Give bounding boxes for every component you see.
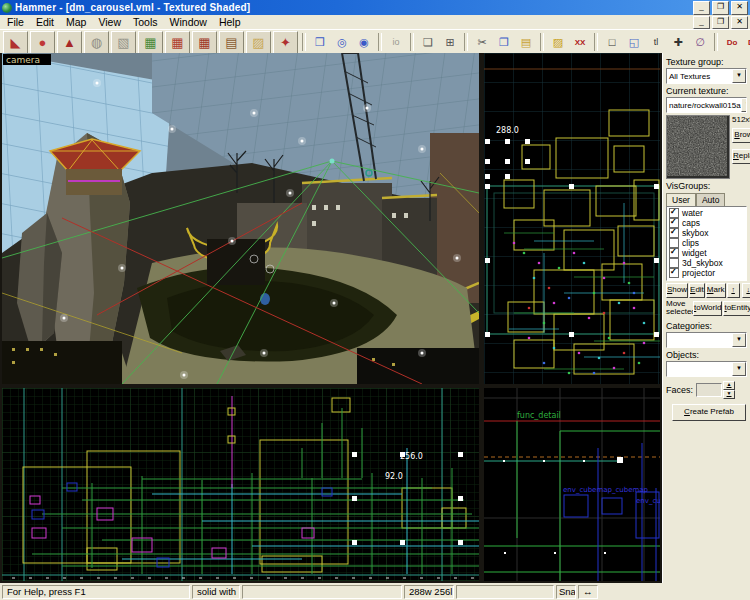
tie-to-entity-icon[interactable]: ▦	[138, 31, 163, 54]
menu-window[interactable]: Window	[164, 16, 213, 28]
cut-icon[interactable]: ✂	[472, 33, 492, 52]
hollow-tool-icon[interactable]: ●	[30, 31, 55, 54]
toggle-helpers-icon[interactable]: ◉	[354, 33, 374, 52]
move-selected-label: Move selected:	[666, 300, 692, 316]
menu-tools[interactable]: Tools	[127, 16, 164, 28]
tile-window-icon[interactable]: ⊞	[440, 33, 460, 52]
status-bar: For Help, press F1solid with 10 faces288…	[0, 583, 750, 600]
texture-scale-lock-icon[interactable]: XX	[570, 33, 590, 52]
separator	[378, 33, 382, 51]
hide-selected-icon[interactable]: ▦	[192, 31, 217, 54]
carve-tool-icon[interactable]: ◣	[3, 31, 28, 54]
title-bar: Hammer - [dm_carousel.vml - Textured Sha…	[0, 0, 750, 15]
selection-handle[interactable]	[617, 457, 623, 463]
copy-icon[interactable]: ❐	[494, 33, 514, 52]
edit-button[interactable]: Edit	[689, 283, 705, 298]
hide-unselected-icon[interactable]: ▤	[219, 31, 244, 54]
hammer-app-icon	[2, 3, 12, 13]
chevron-down-icon[interactable]: ▼	[741, 98, 747, 112]
io-icon[interactable]: io	[386, 33, 406, 52]
current-texture-dropdown[interactable]: nature/rockwall015a ▼	[666, 97, 747, 113]
viewport-2d-side[interactable]: 256.0 92.0	[2, 388, 479, 581]
minimize-button[interactable]: _	[693, 1, 710, 15]
ungroup-tool-icon[interactable]: ◍	[84, 31, 109, 54]
to-world-button[interactable]: toWorld	[693, 301, 722, 316]
translate-mode-icon[interactable]: ✚	[668, 33, 688, 52]
visgroup-item[interactable]: 3d_skybox	[669, 258, 746, 268]
visgroup-item[interactable]: clips	[669, 238, 746, 248]
move-up-button[interactable]: ↑	[727, 283, 740, 298]
minimize-button[interactable]: _	[693, 16, 710, 29]
display-wireframe-icon[interactable]: Dw	[744, 33, 750, 52]
wire-node	[330, 159, 335, 164]
menu-file[interactable]: File	[1, 16, 30, 28]
faces-spin-up[interactable]: ▲	[723, 381, 735, 390]
chevron-down-icon[interactable]: ▼	[732, 333, 746, 347]
menu-edit[interactable]: Edit	[30, 16, 60, 28]
menu-help[interactable]: Help	[213, 16, 247, 28]
viewport-2d-front[interactable]: func_detail env_cubemap_cubemap env_cu	[484, 388, 660, 581]
camera-label: camera	[6, 55, 40, 65]
viewport-3d-camera[interactable]: camera	[2, 53, 479, 384]
move-to-world-icon[interactable]: ▦	[165, 31, 190, 54]
select-mode-icon[interactable]: □	[602, 33, 622, 52]
separator	[714, 33, 718, 51]
visgroup-item[interactable]: projector	[669, 268, 746, 278]
world-brush-icon[interactable]: ▧	[111, 31, 136, 54]
visgroup-checkbox[interactable]	[669, 228, 679, 238]
restore-button[interactable]: ❐	[712, 1, 729, 15]
show-hidden-icon[interactable]: ▨	[246, 31, 271, 54]
status-help: For Help, press F1	[2, 585, 190, 599]
chevron-down-icon[interactable]: ▼	[732, 69, 746, 83]
display-objects-icon[interactable]: Do	[722, 33, 742, 52]
create-prefab-button[interactable]: Create Prefab	[672, 404, 746, 421]
objects-label: Objects:	[666, 350, 747, 360]
texture-group-dropdown[interactable]: All Textures ▼	[666, 68, 747, 84]
flip-icon[interactable]: ∅	[690, 33, 710, 52]
toggle-group-icon[interactable]: ❒	[310, 33, 330, 52]
restore-button[interactable]: ❐	[712, 16, 729, 29]
visgroup-checkbox[interactable]	[669, 268, 679, 278]
replace-button[interactable]: Replace...	[732, 149, 750, 164]
menu-map[interactable]: Map	[60, 16, 92, 28]
chevron-down-icon[interactable]: ▼	[732, 362, 746, 376]
viewport-2d-top[interactable]: 288.0	[484, 53, 660, 384]
faces-spin-down[interactable]: ▼	[723, 390, 735, 399]
cascade-window-icon[interactable]: ❏	[418, 33, 438, 52]
show-button[interactable]: Show	[666, 283, 688, 298]
browse-button[interactable]: Browse...	[732, 128, 750, 143]
objects-dropdown[interactable]: ▼	[666, 361, 747, 377]
categories-dropdown[interactable]: ▼	[666, 332, 747, 348]
to-entity-button[interactable]: toEntity	[723, 301, 750, 316]
status-empty-2	[456, 585, 554, 599]
mark-button[interactable]: Mark	[706, 283, 726, 298]
cordon-tool-icon[interactable]: ✦	[273, 31, 298, 54]
group-tool-icon[interactable]: ▲	[57, 31, 82, 54]
faces-input[interactable]	[696, 383, 722, 397]
dimension-label-h: 92.0	[385, 472, 403, 481]
window-title: Hammer - [dm_carousel.vml - Textured Sha…	[15, 2, 691, 13]
visgroup-item[interactable]: widget	[669, 248, 746, 258]
tab-user[interactable]: User	[666, 193, 696, 206]
texture-application-icon[interactable]: tl	[646, 33, 666, 52]
visgroup-item[interactable]: water	[669, 208, 746, 218]
menu-view[interactable]: View	[92, 16, 127, 28]
visgroup-item[interactable]: caps	[669, 218, 746, 228]
move-down-button[interactable]: ↓	[742, 283, 750, 298]
current-texture-label: Current texture:	[666, 86, 747, 96]
tab-auto[interactable]: Auto	[696, 193, 726, 206]
close-button[interactable]: ✕	[731, 16, 748, 29]
toolbar: ◣●▲◍▧▦▦▦▤▨✦❒◎◉io❏⊞✂❐▤▨XX□◱tl✚∅DoDwDA▸◉▦❒…	[0, 29, 750, 55]
texture-preview[interactable]	[666, 115, 730, 179]
texture-lock-icon[interactable]: ▨	[548, 33, 568, 52]
paste-icon[interactable]: ▤	[516, 33, 536, 52]
status-selection: solid with 10 faces	[192, 585, 240, 599]
visgroup-checkbox[interactable]	[669, 248, 679, 258]
dimension-label: 288.0	[496, 126, 519, 135]
select-touching-icon[interactable]: ◱	[624, 33, 644, 52]
close-button[interactable]: ✕	[731, 1, 748, 15]
status-coordinates: 288w 256l 92h @(-592 864 242)	[404, 585, 454, 599]
separator	[594, 33, 598, 51]
visgroup-item[interactable]: skybox	[669, 228, 746, 238]
toggle-detail-icon[interactable]: ◎	[332, 33, 352, 52]
